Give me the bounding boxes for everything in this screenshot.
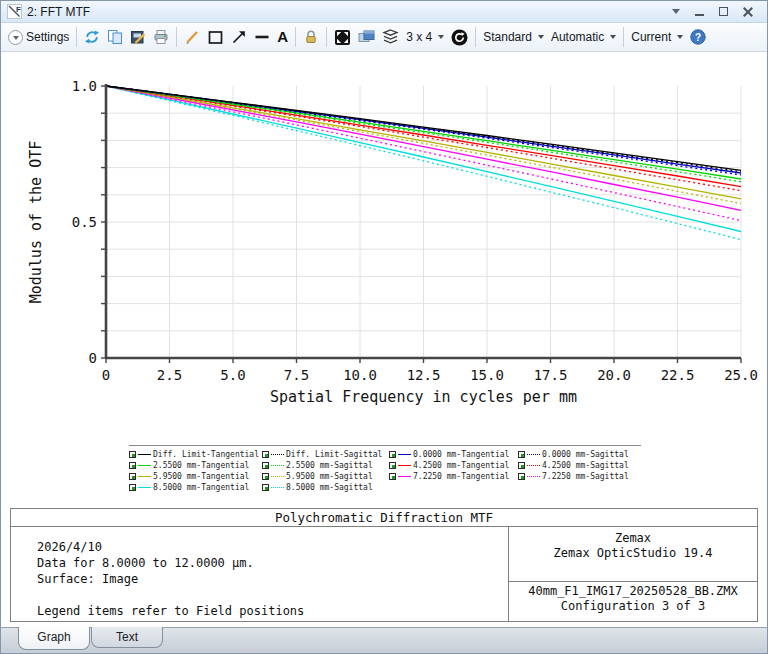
wavelength-range-text: Data for 8.0000 to 12.0000 μm. — [37, 555, 508, 571]
legend-checkbox[interactable] — [518, 451, 525, 458]
legend-label: 5.9500 mm-Sagittal — [286, 472, 373, 481]
draw-arrow-button[interactable] — [228, 27, 250, 47]
legend-label: 2.5500 mm-Tangential — [153, 461, 249, 470]
standard-dropdown[interactable]: Standard — [480, 28, 547, 46]
legend-line-sample — [271, 454, 284, 455]
settings-label: Settings — [26, 30, 69, 44]
layers-button[interactable] — [379, 27, 402, 47]
legend-entry: 4.2500 mm-Sagittal — [518, 460, 641, 471]
pencil-icon — [184, 29, 200, 45]
tab-bar: Graph Text — [1, 627, 767, 653]
y-tick-label: 1.0 — [72, 78, 97, 94]
save-button[interactable] — [127, 27, 149, 47]
legend-entry: 5.9500 mm-Tangential — [129, 471, 262, 482]
draw-rectangle-button[interactable] — [204, 27, 227, 48]
legend-label: 0.0000 mm-Sagittal — [542, 450, 629, 459]
legend-line-sample — [271, 487, 284, 488]
x-tick-label: 2.5 — [157, 367, 182, 383]
lock-icon — [303, 29, 319, 45]
x-tick-label: 25.0 — [724, 367, 758, 383]
copy-button[interactable] — [104, 27, 126, 47]
legend-checkbox[interactable] — [262, 451, 269, 458]
separator — [623, 27, 624, 47]
legend-label: Diff. Limit-Tangential — [153, 450, 259, 459]
auto-update-icon — [451, 29, 468, 46]
automatic-dropdown[interactable]: Automatic — [548, 28, 619, 46]
tab-text[interactable]: Text — [91, 627, 163, 648]
legend-line-sample — [271, 476, 284, 477]
rectangle-icon — [207, 29, 224, 46]
automatic-label: Automatic — [551, 30, 604, 44]
legend-checkbox[interactable] — [129, 473, 136, 480]
legend-entry: 0.0000 mm-Sagittal — [518, 449, 641, 460]
analysis-details: 2026/4/10 Data for 8.0000 to 12.0000 μm.… — [11, 527, 508, 621]
standard-label: Standard — [483, 30, 532, 44]
close-button[interactable] — [743, 7, 753, 17]
legend-checkbox[interactable] — [262, 462, 269, 469]
x-tick-label: 5.0 — [220, 367, 245, 383]
window-menu-chevron-icon[interactable] — [672, 9, 680, 14]
legend-line-sample — [398, 465, 411, 466]
legend-checkbox[interactable] — [262, 484, 269, 491]
legend-checkbox[interactable] — [518, 462, 525, 469]
legend-entry: 7.2250 mm-Sagittal — [518, 471, 641, 482]
maximize-button[interactable] — [719, 7, 728, 16]
line-icon — [254, 29, 270, 45]
legend-entry: 2.5500 mm-Tangential — [129, 460, 262, 471]
window-layout-button[interactable] — [355, 27, 378, 47]
surface-text: Surface: Image — [37, 571, 508, 587]
layers-icon — [382, 29, 399, 45]
auto-update-button[interactable] — [448, 27, 471, 48]
legend-line-sample — [527, 476, 540, 477]
legend-line-sample — [527, 465, 540, 466]
legend-label: 5.9500 mm-Tangential — [153, 472, 249, 481]
minimize-button[interactable] — [695, 14, 704, 16]
draw-text-button[interactable]: A — [274, 28, 291, 46]
legend-checkbox[interactable] — [129, 462, 136, 469]
legend-entry: 8.5000 mm-Sagittal — [262, 482, 389, 493]
legend-checkbox[interactable] — [518, 473, 525, 480]
help-icon: ? — [690, 29, 706, 45]
legend-label: 7.2250 mm-Tangential — [413, 472, 509, 481]
legend-line-sample — [271, 465, 284, 466]
legend-checkbox[interactable] — [389, 473, 396, 480]
settings-button[interactable]: Settings — [5, 28, 72, 47]
separator — [76, 27, 77, 47]
grid-size-dropdown[interactable]: 3 x 4 — [403, 28, 447, 46]
refresh-button[interactable] — [81, 27, 103, 47]
draw-line-button[interactable] — [251, 27, 273, 47]
legend-label: Diff. Limit-Sagittal — [286, 450, 382, 459]
file-details: Zemax Zemax OpticStudio 19.4 40mm_F1_IMG… — [508, 527, 757, 621]
draw-pencil-button[interactable] — [181, 27, 203, 47]
current-label: Current — [631, 30, 671, 44]
date-text: 2026/4/10 — [37, 539, 508, 555]
tab-graph[interactable]: Graph — [18, 627, 90, 650]
print-button[interactable] — [150, 27, 172, 47]
refresh-icon — [84, 29, 100, 45]
mtf-chart: 00.51.002.55.07.510.012.515.017.520.022.… — [1, 52, 768, 444]
legend-entry: 8.5000 mm-Tangential — [129, 482, 262, 493]
blank-line — [37, 587, 508, 603]
current-dropdown[interactable]: Current — [628, 28, 686, 46]
graph-content: 00.51.002.55.07.510.012.515.017.520.022.… — [1, 52, 767, 627]
legend-line-sample — [138, 476, 151, 477]
help-button[interactable]: ? — [687, 27, 709, 47]
separator — [295, 27, 296, 47]
legend-checkbox[interactable] — [389, 451, 396, 458]
svg-text:?: ? — [695, 32, 701, 43]
configuration-text: Configuration 3 of 3 — [509, 599, 757, 614]
fft-mtf-window: F 2: FFT MTF Settings — [0, 0, 768, 654]
x-tick-label: 7.5 — [284, 367, 309, 383]
legend-checkbox[interactable] — [129, 451, 136, 458]
legend-checkbox[interactable] — [389, 462, 396, 469]
x-tick-label: 22.5 — [661, 367, 695, 383]
app-icon: F — [7, 4, 22, 19]
fit-window-button[interactable] — [331, 27, 354, 48]
legend-checkbox[interactable] — [129, 484, 136, 491]
text-tool-icon: A — [277, 30, 288, 44]
legend-label: 7.2250 mm-Sagittal — [542, 472, 629, 481]
lock-button[interactable] — [300, 27, 322, 47]
legend-checkbox[interactable] — [262, 473, 269, 480]
legend-entry: 4.2500 mm-Tangential — [389, 460, 518, 471]
y-tick-label: 0.5 — [72, 214, 97, 230]
